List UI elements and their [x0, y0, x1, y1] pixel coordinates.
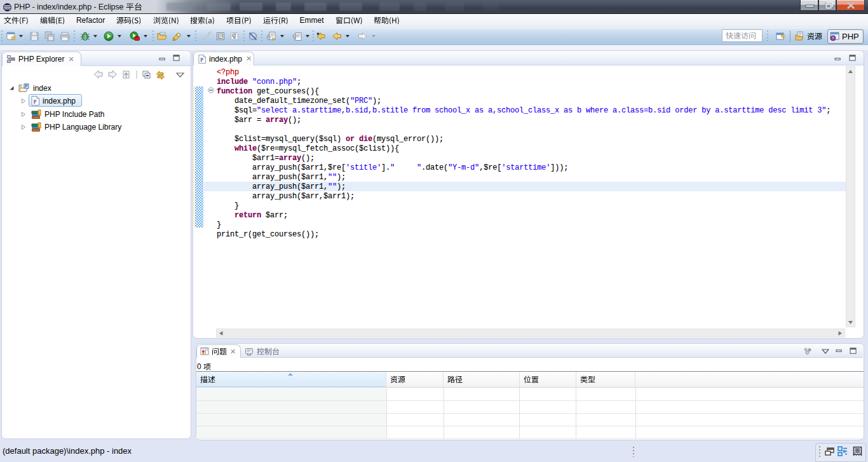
- svg-text:P: P: [200, 57, 203, 62]
- svg-text:P: P: [34, 99, 37, 105]
- svg-text:P: P: [25, 84, 28, 88]
